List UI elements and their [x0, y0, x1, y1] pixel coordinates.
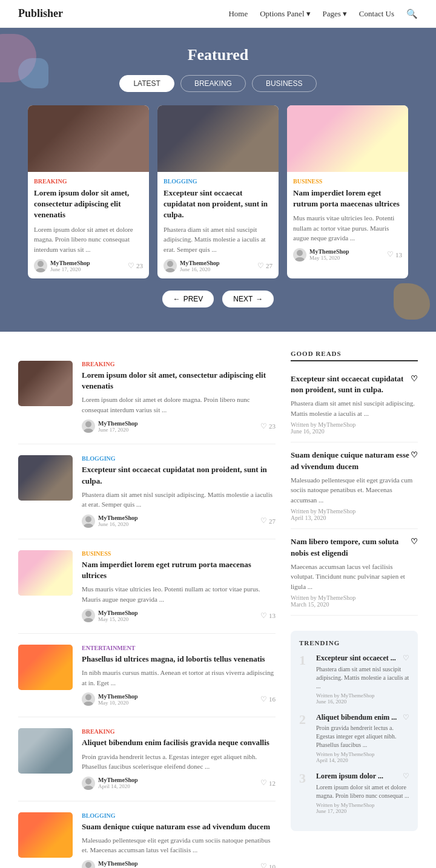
- card-likes: ♡ 23: [128, 261, 143, 271]
- avatar: [82, 777, 95, 790]
- heart-icon[interactable]: ♡: [411, 450, 418, 472]
- articles-column: BREAKING Lorem ipsum dolor sit amet, con…: [18, 350, 276, 868]
- search-icon[interactable]: 🔍: [406, 8, 418, 19]
- author-date: June 17, 2020: [98, 427, 138, 433]
- author-name: MyThemeShop: [50, 260, 90, 266]
- good-reads-meta: Written by MyThemeShop: [291, 508, 418, 515]
- author-date: May 15, 2020: [309, 255, 349, 261]
- article-title: Phasellus id ultrices magna, id lobortis…: [82, 654, 276, 665]
- avatar: [82, 515, 95, 528]
- svg-point-10: [85, 611, 91, 617]
- card-likes: ♡ 13: [387, 250, 402, 259]
- featured-card: BLOGGING Excepteur sint occaecat cupidat…: [157, 105, 279, 278]
- trending-item-date: June 17, 2020: [316, 808, 409, 814]
- good-reads-section: GOOD READS Excepteur sint occaecat cupid…: [291, 350, 418, 616]
- svg-point-3: [165, 268, 175, 272]
- svg-point-8: [85, 516, 91, 522]
- good-reads-item: Nam libero tempore, cum soluta nobis est…: [291, 529, 418, 616]
- avatar: [34, 259, 47, 272]
- trending-item-title: Lorem ipsum dolor ...: [316, 772, 383, 781]
- card-likes: ♡ 10: [260, 862, 276, 868]
- good-reads-meta: Written by MyThemeShop: [291, 594, 418, 601]
- article-meta: MyThemeShop June 17, 2020 ♡ 23: [82, 419, 276, 433]
- card-author: MyThemeShop May 15, 2020: [293, 248, 349, 261]
- article-excerpt: Phastera diam sit amet nisl suscipit adi…: [82, 490, 276, 510]
- article-body: BLOGGING Suam denique cuique naturam ess…: [82, 812, 276, 868]
- heart-icon[interactable]: ♡: [411, 373, 418, 395]
- card-author: MyThemeShop June 16, 2020: [164, 259, 220, 272]
- nav-pages[interactable]: Pages ▾: [323, 9, 347, 19]
- article-category: BLOGGING: [82, 812, 276, 819]
- article-row: BREAKING Lorem ipsum dolor sit amet, con…: [18, 350, 276, 444]
- article-title: Excepteur sint occaecat cupidatat non pr…: [82, 464, 276, 486]
- article-category: BREAKING: [82, 361, 276, 367]
- trending-title: TRENDING: [299, 639, 409, 646]
- featured-tabs: LATEST BREAKING BUSINESS: [12, 75, 424, 92]
- nav-options[interactable]: Options Panel ▾: [260, 9, 310, 19]
- featured-title: Featured: [12, 46, 424, 64]
- avatar: [293, 248, 306, 261]
- featured-navigation: ← PREV NEXT →: [12, 291, 424, 307]
- good-reads-item: Excepteur sint occaecat cupidatat non pr…: [291, 366, 418, 442]
- card-author: MyThemeShop June 16, 2020: [82, 515, 138, 528]
- card-likes: ♡ 12: [260, 778, 276, 787]
- avatar: [164, 259, 177, 272]
- heart-icon: ♡: [260, 695, 267, 704]
- card-category: BREAKING: [34, 178, 143, 185]
- card-likes: ♡ 27: [257, 261, 272, 271]
- heart-icon[interactable]: ♡: [403, 654, 409, 663]
- article-thumbnail: [18, 550, 73, 596]
- article-category: BLOGGING: [82, 455, 276, 462]
- header: Publisher Home Options Panel ▾ Pages ▾ C…: [0, 0, 436, 28]
- article-title: Lorem ipsum dolor sit amet, consectetur …: [82, 370, 276, 392]
- article-body: ENTERTAINMENT Phasellus id ultrices magn…: [82, 645, 276, 706]
- svg-point-9: [84, 524, 93, 528]
- article-thumbnail: [18, 812, 73, 858]
- article-category: BREAKING: [82, 728, 276, 735]
- card-excerpt: Mus mauris vitae ultricies leo. Potenti …: [293, 213, 402, 243]
- author-name: MyThemeShop: [309, 248, 349, 255]
- svg-point-1: [36, 268, 45, 272]
- card-author: MyThemeShop May 10, 2020: [82, 692, 138, 706]
- author-name: MyThemeShop: [98, 693, 138, 700]
- trending-item: 2 Aliquet bibendum enim ... ♡ Proin grav…: [299, 713, 409, 764]
- next-button[interactable]: NEXT →: [222, 291, 274, 307]
- article-row: ENTERTAINMENT Phasellus id ultrices magn…: [18, 634, 276, 717]
- heart-icon[interactable]: ♡: [403, 772, 409, 781]
- card-title: Excepteur sint occaecat cupidatat non pr…: [164, 188, 272, 221]
- trending-item-excerpt: Proin gravida hendrerit lectus a. Egesta…: [316, 724, 409, 749]
- heart-icon[interactable]: ♡: [411, 536, 418, 558]
- heart-icon: ♡: [387, 250, 394, 259]
- prev-button[interactable]: ← PREV: [162, 291, 214, 307]
- trending-body: Lorem ipsum dolor ... ♡ Lorem ipsum dolo…: [316, 772, 409, 814]
- site-logo[interactable]: Publisher: [18, 7, 63, 20]
- svg-point-2: [167, 261, 173, 267]
- nav-home[interactable]: Home: [228, 9, 248, 19]
- article-body: BREAKING Aliquet bibendum enim facilisis…: [82, 728, 276, 789]
- card-author: MyThemeShop April 14, 2020: [82, 777, 138, 790]
- avatar: [82, 609, 95, 622]
- decorative-blob-yellow: [394, 283, 430, 320]
- article-category: ENTERTAINMENT: [82, 645, 276, 651]
- chevron-down-icon: ▾: [306, 9, 311, 19]
- tab-latest[interactable]: LATEST: [119, 75, 174, 92]
- heart-icon[interactable]: ♡: [403, 713, 409, 722]
- article-row: BLOGGING Suam denique cuique naturam ess…: [18, 801, 276, 868]
- tab-breaking[interactable]: BREAKING: [180, 75, 246, 92]
- svg-point-5: [295, 257, 305, 261]
- svg-point-13: [84, 702, 93, 706]
- author-name: MyThemeShop: [98, 610, 138, 616]
- heart-icon: ♡: [260, 862, 267, 868]
- article-body: BREAKING Lorem ipsum dolor sit amet, con…: [82, 361, 276, 433]
- tab-business[interactable]: BUSINESS: [252, 75, 317, 92]
- card-likes: ♡ 16: [260, 695, 276, 704]
- article-excerpt: In nibh mauris cursus mattis. Aenean et …: [82, 668, 276, 688]
- author-date: May 15, 2020: [98, 616, 138, 622]
- card-likes: ♡ 23: [260, 422, 276, 431]
- card-category: BUSINESS: [293, 178, 402, 185]
- author-name: MyThemeShop: [98, 420, 138, 427]
- card-excerpt: Phastera diam sit amet nisl suscipit adi…: [164, 225, 272, 255]
- svg-point-6: [85, 421, 91, 427]
- svg-point-7: [84, 429, 93, 433]
- nav-contact[interactable]: Contact Us: [359, 9, 394, 19]
